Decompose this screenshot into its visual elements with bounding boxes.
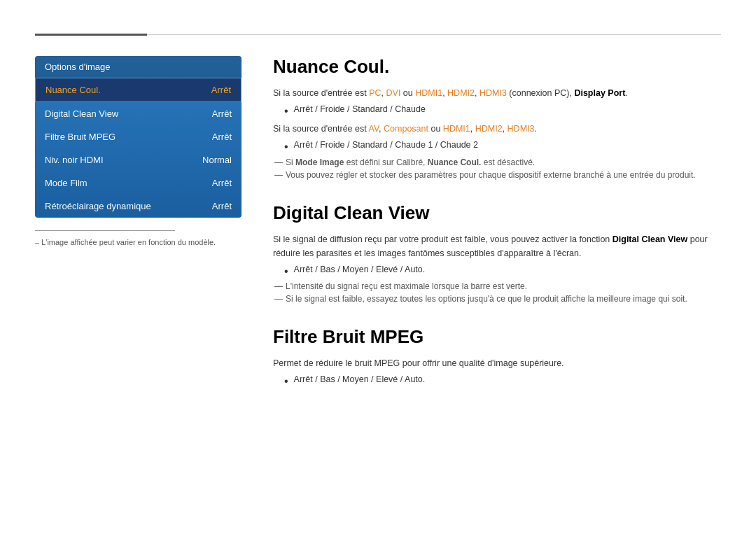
section-digital-clean-view: Digital Clean View Si le signal de diffu… [273,202,721,304]
bullet-dot: • [284,104,288,119]
bullet-text: Arrêt / Froide / Standard / Chaude [294,104,426,114]
highlight-hdmi-1b: HDMI1 [443,124,470,134]
options-menu-title: Options d'image [35,56,241,78]
opt-bas: Bas [320,265,335,274]
bullet-text: Arrêt / Bas / Moyen / Elevé / Auto. [294,265,426,274]
note-dispositif: ―Vous pouvez régler et stocker des param… [273,170,721,180]
nuance-coul-bullet2: • Arrêt / Froide / Standard / Chaude 1 /… [284,140,721,155]
menu-item-filtre-bruit-mpeg[interactable]: Filtre Bruit MPEG Arrêt [35,125,241,148]
menu-item-retro-dynamique[interactable]: Rétroéclairage dynamique Arrêt [35,195,241,218]
nuance-coul-bullet1: • Arrêt / Froide / Standard / Chaude [284,104,721,119]
digital-clean-view-bullet1: • Arrêt / Bas / Moyen / Elevé / Auto. [284,265,721,279]
highlight-hdmi-3: HDMI3 [479,88,507,98]
highlight-dvi: DVI [386,88,401,98]
top-line-accent [35,34,147,36]
bullet-dot: • [284,265,288,279]
highlight-hdmi-2: HDMI2 [447,88,475,98]
section-title-digital-clean-view: Digital Clean View [273,202,721,224]
menu-item-value: Normal [202,155,232,165]
opt-arret4: Arrêt [294,374,313,384]
highlight-pc: PC [369,88,381,98]
digital-clean-view-para1: Si le signal de diffusion reçu par votre… [273,232,721,260]
bullet-text: Arrêt / Froide / Standard / Chaude 1 / C… [294,140,478,150]
section-title-nuance-coul: Nuance Coul. [273,56,721,78]
nuance-coul-para1: Si la source d'entrée est PC, DVI ou HDM… [273,86,721,100]
opt-eleve2: Elevé [376,374,398,384]
opt-auto2: Auto. [405,374,425,384]
opt-arret: Arrêt [294,104,313,114]
panel-note: – L'image affichée peut varier en foncti… [35,238,241,246]
highlight-dcv: Digital Clean View [612,234,687,244]
opt-eleve: Elevé [376,265,398,274]
highlight-composant: Composant [384,124,428,134]
highlight-hdmi-1: HDMI1 [415,88,442,98]
menu-item-nuance-coul[interactable]: Nuance Coul. Arrêt [35,78,241,102]
menu-item-digital-clean-view[interactable]: Digital Clean View Arrêt [35,102,241,125]
menu-item-label: Niv. noir HDMI [45,155,104,165]
opt-standard: Standard [352,104,388,114]
top-lines [35,34,721,36]
opt-arret3: Arrêt [294,265,313,274]
note-signal-max: ―L'intensité du signal reçu est maximale… [273,281,721,291]
note-calibre: Calibré [396,157,423,167]
filtre-bruit-para1: Permet de réduire le bruit MPEG pour off… [273,356,721,370]
menu-item-value: Arrêt [212,132,232,142]
opt-froide: Froide [320,104,344,114]
opt-auto: Auto. [405,265,425,274]
opt-moyen: Moyen [342,265,369,274]
right-content: Nuance Coul. Si la source d'entrée est P… [273,56,721,412]
options-menu-box: Options d'image Nuance Coul. Arrêt Digit… [35,56,241,218]
menu-item-value: Arrêt [212,201,232,211]
top-line-separator [147,34,721,35]
menu-item-label: Nuance Coul. [46,85,101,95]
note-dash4: ― [274,294,283,304]
menu-item-label: Digital Clean View [45,108,118,119]
menu-item-mode-film[interactable]: Mode Film Arrêt [35,171,241,195]
menu-item-value: Arrêt [212,178,232,188]
note-dash3: ― [274,281,283,291]
highlight-display-port: Display Port [574,88,625,98]
menu-item-label: Filtre Bruit MPEG [45,132,115,142]
highlight-hdmi-2b: HDMI2 [475,124,503,134]
opt-chaude1: Chaude 1 [395,140,433,150]
opt-standard2: Standard [352,140,388,150]
note-signal-faible: ―Si le signal est faible, essayez toutes… [273,294,721,304]
menu-item-label: Rétroéclairage dynamique [45,201,151,211]
bullet-text: Arrêt / Bas / Moyen / Elevé / Auto. [294,374,426,384]
nuance-coul-para2: Si la source d'entrée est AV, Composant … [273,122,721,136]
note-dash: ― [274,157,283,167]
opt-chaude2: Chaude 2 [440,140,478,150]
opt-froide2: Froide [320,140,344,150]
section-nuance-coul: Nuance Coul. Si la source d'entrée est P… [273,56,721,180]
section-filtre-bruit-mpeg: Filtre Bruit MPEG Permet de réduire le b… [273,326,721,389]
filtre-bruit-bullet1: • Arrêt / Bas / Moyen / Elevé / Auto. [284,374,721,389]
bullet-dot: • [284,140,288,155]
menu-item-value: Arrêt [211,85,231,95]
menu-item-label: Mode Film [45,178,88,188]
note-mode-image: ―Si Mode Image est défini sur Calibré, N… [273,157,721,167]
opt-chaude: Chaude [395,104,426,114]
opt-arret2: Arrêt [294,140,313,150]
opt-moyen2: Moyen [342,374,369,384]
menu-item-value: Arrêt [212,108,232,119]
opt-bas2: Bas [320,374,335,384]
section-title-filtre-bruit-mpeg: Filtre Bruit MPEG [273,326,721,348]
note-dash2: ― [274,170,283,180]
left-panel: Options d'image Nuance Coul. Arrêt Digit… [35,56,241,246]
bullet-dot: • [284,374,288,389]
panel-divider [35,230,175,231]
menu-item-niv-noir-hdmi[interactable]: Niv. noir HDMI Normal [35,148,241,171]
highlight-hdmi-3b: HDMI3 [507,124,535,134]
highlight-av: AV [369,124,379,134]
